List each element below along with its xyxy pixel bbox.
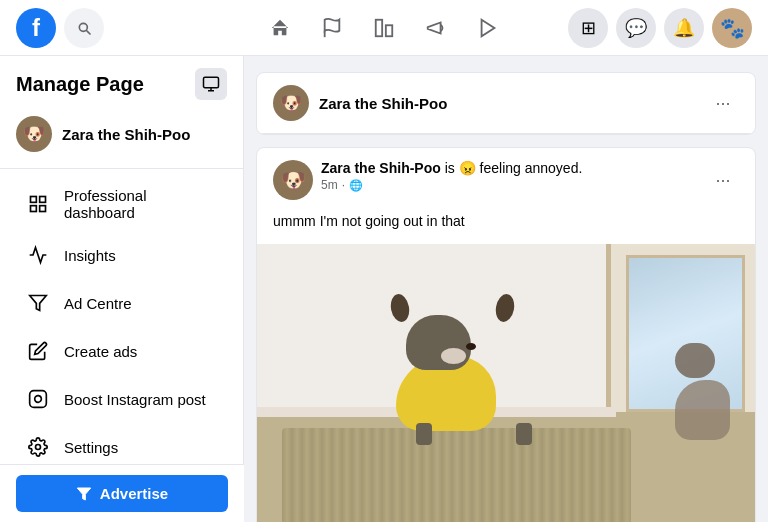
create-ads-label: Create ads bbox=[64, 343, 137, 360]
svg-rect-2 bbox=[386, 25, 392, 36]
second-dog-head bbox=[675, 343, 715, 378]
post-privacy-icon: 🌐 bbox=[349, 179, 363, 192]
post-author-info: Zara the Shih-Poo is 😠 feeling annoyed. … bbox=[321, 160, 582, 192]
settings-label: Settings bbox=[64, 439, 118, 456]
post-image bbox=[257, 244, 755, 522]
main-content: 🐶 Zara the Shih-Poo ··· 🐶 Zara the bbox=[244, 56, 768, 522]
stats-nav-button[interactable] bbox=[360, 4, 408, 52]
svg-point-11 bbox=[36, 445, 41, 450]
boost-instagram-icon bbox=[24, 385, 52, 413]
advertise-button-label: Advertise bbox=[100, 485, 168, 502]
second-dog-body bbox=[675, 380, 730, 440]
ad-centre-icon bbox=[24, 289, 52, 317]
post-text: ummm I'm not going out in that bbox=[257, 212, 755, 244]
video-nav-button[interactable] bbox=[464, 4, 512, 52]
page-header-avatar: 🐶 bbox=[273, 85, 309, 121]
sidebar-page-icon-button[interactable] bbox=[195, 68, 227, 100]
sidebar-item-boost-instagram[interactable]: Boost Instagram post bbox=[8, 375, 235, 423]
create-ads-icon bbox=[24, 337, 52, 365]
post-meta: 5m · 🌐 bbox=[321, 178, 582, 192]
feed-column: 🐶 Zara the Shih-Poo ··· 🐶 Zara the bbox=[256, 72, 756, 522]
flag-nav-button[interactable] bbox=[308, 4, 356, 52]
post-time: 5m bbox=[321, 178, 338, 192]
svg-rect-4 bbox=[204, 77, 219, 88]
post-author-name: Zara the Shih-Poo is 😠 feeling annoyed. bbox=[321, 160, 582, 176]
sidebar-page-name: Zara the Shih-Poo bbox=[62, 126, 190, 143]
sidebar-item-ad-centre[interactable]: Ad Centre bbox=[8, 279, 235, 327]
sidebar-item-professional-dashboard[interactable]: Professional dashboard bbox=[8, 177, 235, 231]
professional-dashboard-icon bbox=[24, 190, 52, 218]
sidebar-item-create-ads[interactable]: Create ads bbox=[8, 327, 235, 375]
boost-instagram-label: Boost Instagram post bbox=[64, 391, 206, 408]
sidebar-divider-1 bbox=[0, 168, 243, 169]
page-header-left: 🐶 Zara the Shih-Poo bbox=[273, 85, 447, 121]
post-author-avatar: 🐶 bbox=[273, 160, 313, 200]
svg-rect-6 bbox=[40, 197, 46, 203]
ad-centre-label: Ad Centre bbox=[64, 295, 132, 312]
post-card: 🐶 Zara the Shih-Poo is 😠 feeling annoyed… bbox=[256, 147, 756, 522]
professional-dashboard-label: Professional dashboard bbox=[64, 187, 219, 221]
page-header-name: Zara the Shih-Poo bbox=[319, 95, 447, 112]
advertise-button[interactable]: Advertise bbox=[16, 475, 228, 512]
settings-icon bbox=[24, 433, 52, 461]
post-author: 🐶 Zara the Shih-Poo is 😠 feeling annoyed… bbox=[273, 160, 582, 200]
megaphone-nav-button[interactable] bbox=[412, 4, 460, 52]
page-header-card: 🐶 Zara the Shih-Poo ··· bbox=[256, 72, 756, 135]
svg-rect-1 bbox=[376, 19, 382, 36]
messenger-button[interactable]: 💬 bbox=[616, 8, 656, 48]
top-navigation: f ⊞ 💬 🔔 🐾 bbox=[0, 0, 768, 56]
insights-icon bbox=[24, 241, 52, 269]
post-header: 🐶 Zara the Shih-Poo is 😠 feeling annoyed… bbox=[257, 148, 755, 212]
dog-leg-left bbox=[416, 423, 432, 445]
user-avatar-nav[interactable]: 🐾 bbox=[712, 8, 752, 48]
insights-label: Insights bbox=[64, 247, 116, 264]
svg-rect-9 bbox=[30, 391, 47, 408]
sidebar-title: Manage Page bbox=[16, 73, 144, 96]
dog-leg-right bbox=[516, 423, 532, 445]
svg-rect-5 bbox=[31, 197, 37, 203]
sidebar-page-item[interactable]: 🐶 Zara the Shih-Poo bbox=[0, 108, 243, 160]
dog-scene bbox=[257, 244, 755, 522]
nav-left: f bbox=[16, 8, 104, 48]
home-nav-button[interactable] bbox=[256, 4, 304, 52]
search-button[interactable] bbox=[64, 8, 104, 48]
nav-right-icons: ⊞ 💬 🔔 🐾 bbox=[568, 8, 752, 48]
svg-rect-7 bbox=[31, 206, 37, 212]
page-header-top: 🐶 Zara the Shih-Poo ··· bbox=[257, 73, 755, 134]
page-avatar: 🐶 bbox=[16, 116, 52, 152]
svg-marker-3 bbox=[482, 19, 495, 36]
sidebar-header: Manage Page bbox=[0, 56, 243, 108]
advertise-button-container: Advertise bbox=[0, 464, 244, 522]
nav-center-icons bbox=[256, 4, 512, 52]
svg-rect-8 bbox=[40, 206, 46, 212]
facebook-logo[interactable]: f bbox=[16, 8, 56, 48]
post-more-button[interactable]: ··· bbox=[707, 164, 739, 196]
sidebar-item-insights[interactable]: Insights bbox=[8, 231, 235, 279]
app-layout: Manage Page 🐶 Zara the Shih-Poo Professi… bbox=[0, 0, 768, 522]
rug bbox=[282, 428, 631, 522]
sidebar: Manage Page 🐶 Zara the Shih-Poo Professi… bbox=[0, 56, 244, 522]
notifications-button[interactable]: 🔔 bbox=[664, 8, 704, 48]
page-header-more-button[interactable]: ··· bbox=[707, 87, 739, 119]
apps-grid-button[interactable]: ⊞ bbox=[568, 8, 608, 48]
